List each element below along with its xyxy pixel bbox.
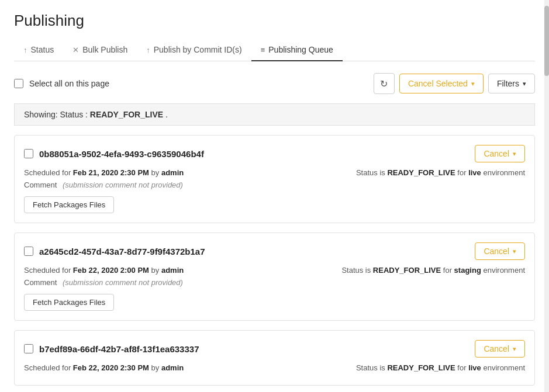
fetch-label-1: Fetch Packages Files	[33, 298, 105, 307]
item-cancel-label-0: Cancel	[484, 149, 509, 158]
by-user-0: admin	[161, 168, 184, 177]
tab-publishing-queue-label: Publishing Queue	[268, 45, 333, 54]
environment-0: live	[468, 168, 481, 177]
select-all-label: Select all on this page	[29, 79, 109, 88]
item-cancel-button-1[interactable]: Cancel	[475, 242, 525, 260]
item-checkbox-2[interactable]	[24, 344, 33, 353]
tab-publishing-queue[interactable]: ≡ Publishing Queue	[251, 39, 343, 61]
page-title: Publishing	[14, 12, 535, 30]
filters-button[interactable]: Filters	[488, 74, 535, 93]
item-header-left-2: b7edf89a-66df-42b7-af8f-13f1ea633337	[24, 344, 199, 354]
status-prefix-1: Status is	[341, 266, 371, 275]
scheduled-date-1: Feb 22, 2020 2:00 PM	[73, 266, 149, 275]
status-value-2: READY_FOR_LIVE	[387, 363, 455, 372]
select-all-area: Select all on this page	[14, 79, 109, 88]
item-id-0: 0b88051a-9502-4efa-9493-c96359046b4f	[39, 149, 204, 159]
item-cancel-button-0[interactable]: Cancel	[475, 145, 525, 162]
item-header-0: 0b88051a-9502-4efa-9493-c96359046b4f Can…	[24, 145, 525, 162]
scrollbar-thumb[interactable]	[544, 6, 549, 76]
env-suffix-0: environment	[483, 168, 525, 177]
env-suffix-2: environment	[483, 363, 525, 372]
item-cancel-label-1: Cancel	[484, 247, 509, 256]
tab-bulk-publish[interactable]: ✕ Bulk Publish	[63, 39, 137, 61]
status-banner-value: READY_FOR_LIVE	[90, 110, 163, 119]
by-prefix-1: by	[151, 266, 161, 275]
content-area: Select all on this page ↻ Cancel Selecte…	[14, 61, 535, 392]
status-for-2: for	[457, 363, 468, 372]
status-for-1: for	[443, 266, 454, 275]
refresh-icon: ↻	[380, 78, 388, 89]
item-meta-right-0: Status is READY_FOR_LIVE for live enviro…	[356, 168, 525, 177]
item-meta-left-2: Scheduled for Feb 22, 2020 2:30 PM by ad…	[24, 363, 184, 372]
scheduled-prefix-2: Scheduled for	[24, 363, 71, 372]
toolbar-right: ↻ Cancel Selected Filters	[374, 73, 535, 94]
comment-value-1: (submission comment not provided)	[63, 278, 183, 287]
fetch-button-0[interactable]: Fetch Packages Files	[24, 196, 114, 213]
item-meta-1: Scheduled for Feb 22, 2020 2:00 PM by ad…	[24, 266, 525, 275]
status-prefix-2: Status is	[356, 363, 385, 372]
item-meta-left-1: Scheduled for Feb 22, 2020 2:00 PM by ad…	[24, 266, 184, 275]
status-for-0: for	[457, 168, 468, 177]
scheduled-date-2: Feb 22, 2020 2:30 PM	[73, 363, 149, 372]
tab-status[interactable]: ↑ Status	[14, 39, 63, 61]
scrollbar-track[interactable]	[544, 0, 549, 392]
tab-bulk-publish-label: Bulk Publish	[82, 45, 127, 54]
status-banner-suffix: .	[165, 110, 168, 119]
tab-status-label: Status	[31, 45, 54, 54]
comment-label-1: Comment	[24, 278, 57, 287]
bulk-publish-tab-icon: ✕	[72, 46, 79, 54]
environment-1: staging	[454, 266, 481, 275]
select-all-checkbox[interactable]	[14, 79, 23, 88]
comment-label-0: Comment	[24, 181, 57, 189]
by-user-1: admin	[161, 266, 184, 275]
scheduled-prefix-1: Scheduled for	[24, 266, 71, 275]
status-value-1: READY_FOR_LIVE	[373, 266, 441, 275]
status-value-0: READY_FOR_LIVE	[387, 168, 455, 177]
filters-label: Filters	[497, 79, 519, 88]
tab-publish-by-commit[interactable]: ↑ Publish by Commit ID(s)	[137, 39, 251, 61]
item-meta-2: Scheduled for Feb 22, 2020 2:30 PM by ad…	[24, 363, 525, 372]
item-meta-right-1: Status is READY_FOR_LIVE for staging env…	[341, 266, 525, 275]
item-meta-left-0: Scheduled for Feb 21, 2020 2:30 PM by ad…	[24, 168, 184, 177]
item-cancel-label-2: Cancel	[484, 344, 509, 353]
item-id-1: a2645cd2-457d-43a7-8d77-9f9f4372b1a7	[39, 247, 205, 256]
by-user-2: admin	[161, 363, 184, 372]
env-suffix-1: environment	[483, 266, 525, 275]
queue-item-2: b7edf89a-66df-42b7-af8f-13f1ea633337 Can…	[14, 330, 535, 386]
tabs-bar: ↑ Status ✕ Bulk Publish ↑ Publish by Com…	[14, 39, 535, 61]
item-checkbox-1[interactable]	[24, 247, 33, 256]
fetch-label-0: Fetch Packages Files	[33, 200, 105, 209]
queue-item-0: 0b88051a-9502-4efa-9493-c96359046b4f Can…	[14, 135, 535, 223]
item-header-1: a2645cd2-457d-43a7-8d77-9f9f4372b1a7 Can…	[24, 242, 525, 260]
refresh-button[interactable]: ↻	[374, 73, 395, 94]
scheduled-date-0: Feb 21, 2020 2:30 PM	[73, 168, 149, 177]
publishing-queue-tab-icon: ≡	[261, 46, 265, 54]
publish-commit-tab-icon: ↑	[146, 46, 150, 54]
item-id-2: b7edf89a-66df-42b7-af8f-13f1ea633337	[39, 344, 199, 354]
item-header-2: b7edf89a-66df-42b7-af8f-13f1ea633337 Can…	[24, 340, 525, 358]
tab-publish-by-commit-label: Publish by Commit ID(s)	[154, 45, 242, 54]
status-prefix-0: Status is	[356, 168, 385, 177]
item-header-left-0: 0b88051a-9502-4efa-9493-c96359046b4f	[24, 149, 204, 159]
status-tab-icon: ↑	[23, 46, 27, 54]
status-banner: Showing: Status : READY_FOR_LIVE .	[14, 103, 535, 126]
item-comment-1: Comment (submission comment not provided…	[24, 278, 525, 287]
by-prefix-2: by	[151, 363, 161, 372]
by-prefix-0: by	[151, 168, 161, 177]
item-cancel-button-2[interactable]: Cancel	[475, 340, 525, 358]
item-meta-right-2: Status is READY_FOR_LIVE for live enviro…	[356, 363, 525, 372]
scheduled-prefix-0: Scheduled for	[24, 168, 71, 177]
item-checkbox-0[interactable]	[24, 149, 33, 158]
item-comment-0: Comment (submission comment not provided…	[24, 181, 525, 189]
item-header-left-1: a2645cd2-457d-43a7-8d77-9f9f4372b1a7	[24, 247, 205, 256]
queue-item-1: a2645cd2-457d-43a7-8d77-9f9f4372b1a7 Can…	[14, 233, 535, 321]
fetch-button-1[interactable]: Fetch Packages Files	[24, 294, 114, 311]
item-meta-0: Scheduled for Feb 21, 2020 2:30 PM by ad…	[24, 168, 525, 177]
status-banner-prefix: Showing: Status :	[24, 110, 88, 119]
environment-2: live	[468, 363, 481, 372]
comment-value-0: (submission comment not provided)	[63, 181, 183, 189]
cancel-selected-label: Cancel Selected	[408, 79, 468, 88]
cancel-selected-button[interactable]: Cancel Selected	[399, 74, 484, 93]
toolbar: Select all on this page ↻ Cancel Selecte…	[14, 73, 535, 103]
